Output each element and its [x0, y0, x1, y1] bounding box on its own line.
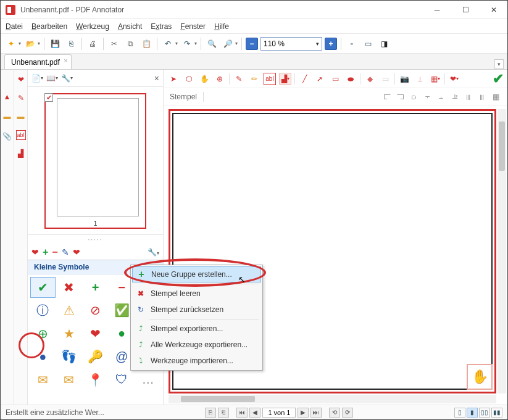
- find-button[interactable]: 🔍: [205, 37, 219, 51]
- hand-tool[interactable]: ✋: [198, 73, 210, 85]
- heart-icon[interactable]: ❤: [31, 247, 39, 257]
- menu-datei[interactable]: Datei: [6, 22, 23, 31]
- heart-add-icon[interactable]: ❤: [73, 247, 80, 257]
- text-box-icon[interactable]: abl: [16, 130, 26, 140]
- stamp-prohibited-red[interactable]: ⊘: [83, 300, 108, 321]
- redo-button[interactable]: [180, 37, 194, 51]
- zoom-tool[interactable]: ⊕: [214, 73, 226, 85]
- align-center-h[interactable]: ⫎: [395, 91, 406, 102]
- favorites-icon[interactable]: ❤: [16, 75, 26, 84]
- favorite-tool[interactable]: ❤▾: [448, 73, 460, 85]
- last-page-button[interactable]: ⏭: [310, 408, 322, 418]
- align-middle-v[interactable]: ⫠: [436, 91, 447, 102]
- stamp-plus-green[interactable]: +: [83, 277, 108, 298]
- align-top[interactable]: ⫟: [422, 91, 433, 102]
- page-insert-sb[interactable]: ⎘: [205, 408, 216, 418]
- stamp-heart-red[interactable]: ❤: [83, 323, 108, 344]
- page-extract-sb[interactable]: ⎗: [218, 408, 229, 418]
- stamp-feet-blue[interactable]: 👣: [57, 346, 82, 367]
- vertical-scrollbar[interactable]: [498, 109, 506, 393]
- cut-button[interactable]: [107, 37, 121, 51]
- stamp-key-yellow[interactable]: 🔑: [83, 346, 108, 367]
- minimize-button[interactable]: ─: [428, 1, 446, 19]
- stamp-tool[interactable]: ▟▾: [279, 73, 291, 85]
- prev-page-button[interactable]: ◀: [249, 408, 260, 418]
- view-two-page[interactable]: ▯▯: [479, 408, 490, 418]
- menu-import-tools[interactable]: ⤵ Werkzeuge importieren...: [132, 353, 261, 369]
- zoom-in-button[interactable]: +: [325, 38, 337, 50]
- maximize-button[interactable]: ☐: [457, 1, 474, 19]
- view-continuous[interactable]: ▮: [467, 408, 478, 418]
- text-tool[interactable]: abl: [264, 73, 276, 85]
- menu-new-group[interactable]: + Neue Gruppe erstellen...: [132, 266, 261, 282]
- align-left[interactable]: ⫍: [381, 91, 393, 102]
- pen-icon[interactable]: ✎: [16, 93, 26, 103]
- bookmark-button[interactable]: 📖▾: [46, 73, 57, 84]
- nav-back-button[interactable]: ⟲: [329, 408, 340, 418]
- pen-tool[interactable]: ✎: [233, 73, 245, 85]
- whiteout-tool[interactable]: ▭: [379, 73, 391, 85]
- stamp-warning-yellow[interactable]: ⚠: [57, 300, 82, 321]
- zoom-combo[interactable]: ▾: [260, 37, 322, 51]
- align-right[interactable]: ⫐: [409, 91, 420, 102]
- marker-tool[interactable]: ✏: [248, 73, 260, 85]
- next-page-button[interactable]: ▶: [298, 408, 309, 418]
- page-number-input[interactable]: [262, 408, 296, 418]
- pencil-icon[interactable]: ✎: [62, 247, 69, 257]
- menu-bearbeiten[interactable]: Bearbeiten: [31, 22, 67, 31]
- stamp-pin[interactable]: 📍: [83, 369, 108, 390]
- folder-icon[interactable]: ▬: [2, 112, 12, 121]
- zoom-input[interactable]: [264, 39, 307, 48]
- menu-fenster[interactable]: Fenster: [180, 22, 206, 31]
- stamp-more[interactable]: …: [135, 369, 160, 390]
- menu-export-stamps[interactable]: ⤴ Stempel exportieren...: [132, 321, 261, 337]
- horizontal-scrollbar[interactable]: [169, 395, 496, 403]
- group-btn[interactable]: ▦: [490, 91, 501, 102]
- view-two-continuous[interactable]: ▮▮: [491, 408, 502, 418]
- menu-export-all-tools[interactable]: ⤴ Alle Werkzeuge exportieren...: [132, 337, 261, 353]
- open-button[interactable]: [23, 37, 37, 51]
- undo-button[interactable]: [161, 37, 175, 51]
- thumb-checkbox[interactable]: ✔: [44, 93, 53, 102]
- tab-menu-button[interactable]: ▾: [494, 59, 504, 69]
- save-button[interactable]: [48, 37, 62, 51]
- first-page-button[interactable]: ⏮: [236, 408, 248, 418]
- menu-ansicht[interactable]: Ansicht: [118, 22, 142, 31]
- wrench-button[interactable]: 🔧▾: [61, 73, 72, 84]
- new-document-button[interactable]: [4, 37, 18, 51]
- ellipse-tool[interactable]: ⬬: [344, 73, 357, 85]
- document-tab[interactable]: Unbenannt.pdf: [4, 54, 72, 69]
- zoom-out-button[interactable]: −: [246, 38, 258, 50]
- accept-button[interactable]: ✔: [493, 71, 504, 87]
- arrow-tool[interactable]: ➚: [314, 73, 326, 85]
- page-insert-button[interactable]: 📄▾: [31, 73, 43, 84]
- menu-werkzeug[interactable]: Werkzeug: [76, 22, 109, 31]
- sidepanel-close-button[interactable]: ×: [154, 73, 159, 83]
- zoom-dropdown-icon[interactable]: ▾: [316, 41, 319, 47]
- search-dropdown[interactable]: 🔎: [221, 37, 235, 51]
- stamp-envelope2[interactable]: ✉: [57, 369, 82, 390]
- pan-mode-button[interactable]: ✋: [467, 364, 493, 390]
- stamp-shield[interactable]: 🛡: [109, 369, 135, 390]
- stamp-envelope[interactable]: ✉: [30, 369, 56, 390]
- eraser-tool[interactable]: ◆: [364, 73, 376, 85]
- stamp-tool-icon[interactable]: ▟: [16, 149, 26, 159]
- align-bottom[interactable]: ⫡: [449, 91, 460, 102]
- save-as-button[interactable]: ⎘: [64, 37, 78, 51]
- nav-forward-button[interactable]: ⟳: [342, 408, 353, 418]
- remove-icon[interactable]: −: [52, 247, 57, 258]
- menu-extras[interactable]: Extras: [151, 22, 172, 31]
- ruler-tool[interactable]: ▦▾: [429, 73, 441, 85]
- copy-button[interactable]: [123, 37, 137, 51]
- crop-tool[interactable]: ⟂: [414, 73, 426, 85]
- camera-tool[interactable]: 📷: [398, 73, 410, 85]
- menu-reset-stamps[interactable]: ↻ Stempel zurücksetzen: [132, 302, 261, 318]
- fit-page-button[interactable]: ▫: [345, 37, 359, 51]
- menu-clear-stamps[interactable]: ✖ Stempel leeren: [132, 286, 261, 302]
- print-button[interactable]: [86, 37, 99, 51]
- fullscreen-button[interactable]: ◨: [377, 37, 391, 51]
- distribute-h[interactable]: ⫼: [463, 91, 474, 102]
- stamp-x-red[interactable]: ✖: [57, 277, 82, 298]
- resize-grip[interactable]: ·····: [28, 235, 163, 244]
- line-tool[interactable]: ╱: [298, 73, 310, 85]
